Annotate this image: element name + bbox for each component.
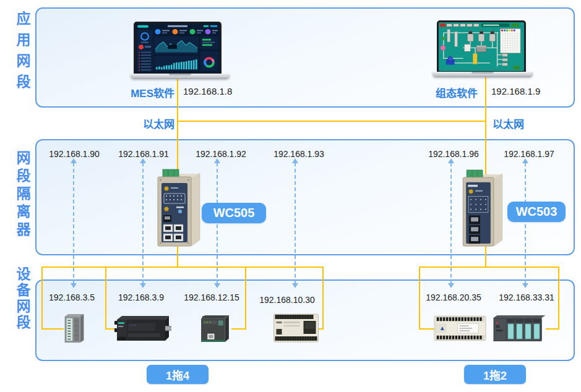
- wc505-ip-1: 192.168.1.90: [40, 149, 108, 159]
- ethernet-label-left: 以太网: [134, 116, 174, 131]
- device-ip-1: 192.168.3.5: [38, 292, 106, 302]
- wc503-gateway-image: [458, 169, 507, 250]
- mes-dashboard-screen: [136, 23, 220, 73]
- mes-ip: 192.168.1.8: [183, 86, 232, 96]
- device-ip-4: 192.168.10.30: [253, 295, 321, 305]
- plc-module-image: [62, 313, 87, 344]
- ethernet-label-right: 以太网: [493, 116, 524, 131]
- plc-compact-long-image: [114, 313, 171, 344]
- drop-connector: [41, 328, 64, 330]
- plc-rack-image: [491, 313, 547, 343]
- section-label-isolator: 网段隔离器: [14, 150, 33, 240]
- group2-tag-button[interactable]: 1拖2: [464, 365, 526, 384]
- mapping-arrow: [292, 158, 298, 288]
- mes-laptop-image: [130, 20, 230, 80]
- wc503-ip-1: 192.168.1.96: [420, 149, 488, 159]
- wc505-gateway-image: [152, 168, 205, 250]
- drop-connector: [231, 328, 246, 330]
- wc505-ip-2: 192.168.1.91: [110, 149, 178, 159]
- wc505-tag-button[interactable]: WC505: [202, 203, 266, 223]
- device-ip-2: 192.168.3.9: [107, 292, 175, 302]
- wc505-ip-3: 192.168.1.92: [187, 149, 255, 159]
- device-ip-5: 192.168.20.35: [420, 292, 488, 302]
- wc505-ip-4: 192.168.1.93: [265, 149, 333, 159]
- plc-compact-small-image: [199, 313, 231, 343]
- drop-line: [322, 266, 324, 330]
- device-ip-3: 192.168.12.15: [178, 292, 246, 302]
- mapping-arrow: [71, 158, 77, 288]
- mapping-arrow: [214, 158, 220, 288]
- mes-label: MES软件: [113, 85, 174, 100]
- plc-fx-image: [272, 312, 321, 344]
- scada-laptop-image: [432, 19, 533, 79]
- wc503-ip-2: 192.168.1.97: [495, 149, 563, 159]
- device-bus-line-group2: [419, 266, 559, 268]
- plc-delta-image: [433, 313, 488, 343]
- group1-tag-button[interactable]: 1拖4: [147, 365, 209, 384]
- scada-screen: [439, 22, 524, 71]
- device-bus-line-group1: [41, 266, 324, 268]
- drop-connector: [546, 328, 559, 330]
- mapping-arrow: [140, 158, 146, 288]
- scada-label: 组态软件: [416, 85, 478, 100]
- mapping-arrow: [448, 158, 454, 288]
- device-ip-6: 192.168.33.31: [493, 292, 561, 302]
- scada-ip: 192.168.1.9: [491, 86, 540, 96]
- section-label-device: 设备网段: [14, 266, 33, 331]
- ethernet-backbone-line: [177, 121, 486, 122]
- wc503-tag-button[interactable]: WC503: [507, 202, 566, 222]
- section-label-application: 应用网段: [14, 11, 33, 95]
- network-topology-diagram: 应用网段 网段隔离器 设备网段: [0, 0, 581, 392]
- mapping-arrow: [522, 158, 528, 288]
